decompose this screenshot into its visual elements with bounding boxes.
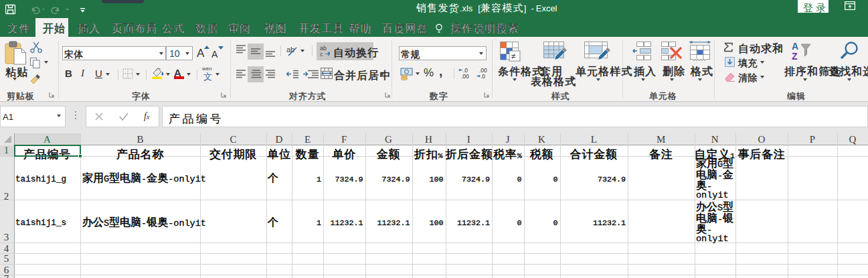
svg-text:Z: Z: [792, 51, 798, 62]
svg-text:.00: .00: [461, 73, 469, 80]
svg-text:.0: .0: [481, 73, 485, 80]
svg-text:c: c: [320, 51, 323, 58]
svg-text:≠: ≠: [511, 52, 516, 61]
svg-text:A: A: [792, 41, 798, 52]
svg-text:ab: ab: [286, 46, 294, 54]
